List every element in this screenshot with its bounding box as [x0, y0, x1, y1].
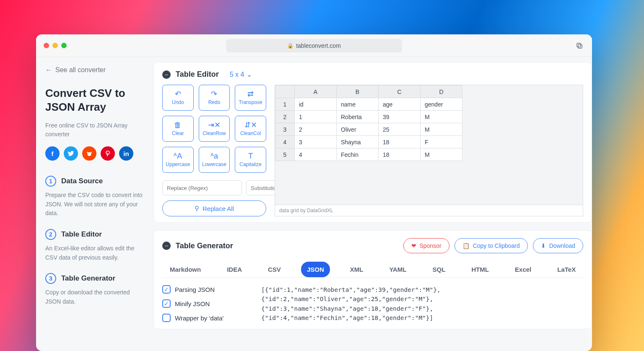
grid-cell[interactable]: M [421, 123, 462, 136]
address-bar[interactable]: 🔒 tableconvert.com [226, 39, 402, 52]
grid-cell[interactable]: Roberta [337, 111, 379, 123]
grid-cell[interactable]: Oliver [337, 123, 379, 136]
grid-cell[interactable]: 3 [295, 136, 337, 148]
grid-cell[interactable]: name [337, 98, 379, 111]
replace-regex-input[interactable] [162, 180, 242, 195]
undo-icon: ↶ [175, 90, 181, 98]
grid-cell[interactable]: F [421, 136, 462, 148]
output-code[interactable]: [{"id":1,"name":"Roberta","age":39,"gend… [261, 285, 583, 323]
format-tab-json[interactable]: JSON [301, 262, 330, 277]
browser-window: 🔒 tableconvert.com ← See all converter C… [36, 34, 592, 351]
grid-cell[interactable]: age [379, 98, 421, 111]
download-button[interactable]: ⬇ Download [533, 238, 583, 253]
clear-button[interactable]: 🗑Clear [162, 116, 194, 142]
close-window-button[interactable] [44, 43, 49, 48]
row-header[interactable]: 3 [275, 123, 295, 136]
sponsor-button[interactable]: ❤ Sponsor [403, 238, 449, 253]
option-label: Minify JSON [175, 300, 210, 307]
grid-cell[interactable]: 39 [379, 111, 421, 123]
page-subtitle: Free online CSV to JSON Array converter [45, 121, 144, 139]
format-tab-csv[interactable]: CSV [262, 262, 287, 277]
uppercase-icon: ᴬA [174, 152, 182, 160]
col-header[interactable]: C [379, 86, 421, 98]
svg-rect-0 [578, 44, 582, 48]
uppercase-button[interactable]: ᴬAUppercase [162, 147, 194, 173]
format-tab-yaml[interactable]: YAML [383, 262, 412, 277]
facebook-share-button[interactable]: f [45, 146, 60, 161]
grid-footer: data grid by DataGridXL [275, 205, 583, 216]
lowercase-button[interactable]: ᴬaLowercase [199, 147, 230, 173]
grid-cell[interactable]: 2 [295, 123, 337, 136]
option-wrapper-by-data-[interactable]: Wrapper by 'data' [162, 314, 250, 322]
col-header[interactable]: D [421, 86, 462, 98]
clear-icon: 🗑 [174, 121, 182, 129]
format-tab-html[interactable]: HTML [465, 262, 495, 277]
copy-window-button[interactable] [574, 41, 584, 51]
step-label: Data Source [61, 177, 103, 185]
grid-cell[interactable]: gender [421, 98, 462, 111]
pinterest-share-button[interactable] [101, 146, 115, 161]
format-tab-sql[interactable]: SQL [427, 262, 452, 277]
format-tab-xml[interactable]: XML [344, 262, 369, 277]
grid-cell[interactable]: 1 [295, 111, 337, 123]
option-minify-json[interactable]: ✓Minify JSON [162, 299, 250, 308]
svg-point-3 [91, 152, 92, 153]
grid-corner[interactable] [275, 86, 295, 98]
tool-label: Redo [208, 99, 221, 105]
tool-label: Clear [172, 130, 184, 136]
row-header[interactable]: 2 [275, 111, 295, 123]
cleanrow-button[interactable]: ⇥✕CleanRow [199, 116, 230, 142]
capitalize-icon: T [248, 152, 253, 160]
table-size-dropdown[interactable]: 5 x 4 ⌄ [230, 70, 252, 78]
data-grid[interactable]: ABCD1idnameagegender21Roberta39M32Oliver… [275, 85, 583, 216]
svg-point-4 [87, 152, 88, 153]
col-header[interactable]: A [295, 86, 337, 98]
grid-cell[interactable]: 18 [379, 148, 421, 161]
format-tab-markdown[interactable]: Markdown [164, 262, 207, 277]
linkedin-share-button[interactable]: in [119, 146, 133, 161]
table-size-label: 5 x 4 [230, 71, 244, 78]
grid-cell[interactable]: M [421, 111, 462, 123]
option-parsing-json[interactable]: ✓Parsing JSON [162, 285, 250, 294]
tool-label: Lowercase [202, 161, 226, 167]
grid-cell[interactable]: id [295, 98, 337, 111]
grid-cell[interactable]: M [421, 148, 462, 161]
collapse-editor-button[interactable]: – [162, 70, 171, 79]
grid-cell[interactable]: Shayna [337, 136, 379, 148]
redo-button[interactable]: ↷Redo [199, 85, 230, 111]
svg-rect-1 [577, 43, 581, 47]
step-desc: An Excel-like editor allows edit the CSV… [45, 244, 144, 262]
checkbox-icon: ✓ [162, 299, 171, 308]
transpose-button[interactable]: ⇄Transpose [235, 85, 266, 111]
back-link[interactable]: ← See all converter [45, 66, 144, 74]
row-header[interactable]: 4 [275, 136, 295, 148]
arrow-left-icon: ← [45, 66, 52, 74]
collapse-generator-button[interactable]: – [162, 242, 171, 250]
row-header[interactable]: 5 [275, 148, 295, 161]
capitalize-button[interactable]: TCapitalize [235, 147, 266, 173]
copy-clipboard-button[interactable]: 📋 Copy to Clipboard [454, 238, 528, 253]
cleancol-icon: ⇵✕ [244, 121, 257, 129]
grid-cell[interactable]: Fechin [337, 148, 379, 161]
twitter-share-button[interactable] [64, 146, 78, 161]
heart-icon: ❤ [411, 242, 416, 249]
grid-cell[interactable]: 25 [379, 123, 421, 136]
grid-cell[interactable]: 18 [379, 136, 421, 148]
replace-all-button[interactable]: ⚲ Replace All [162, 200, 266, 216]
download-label: Download [549, 242, 575, 249]
replace-all-label: Replace All [203, 205, 234, 212]
undo-button[interactable]: ↶Undo [162, 85, 194, 111]
minimize-window-button[interactable] [52, 43, 58, 48]
grid-cell[interactable]: 4 [295, 148, 337, 161]
col-header[interactable]: B [337, 86, 379, 98]
row-header[interactable]: 1 [275, 98, 295, 111]
reddit-share-button[interactable] [82, 146, 96, 161]
format-tab-excel[interactable]: Excel [509, 262, 537, 277]
cleancol-button[interactable]: ⇵✕CleanCol [235, 116, 266, 142]
format-tab-idea[interactable]: IDEA [221, 262, 248, 277]
step-desc: Prepare the CSV code to convert into JSO… [45, 191, 144, 218]
tool-label: Capitalize [239, 161, 262, 167]
format-tab-latex[interactable]: LaTeX [551, 262, 582, 277]
fullscreen-window-button[interactable] [61, 43, 67, 48]
generator-title: Table Generator [176, 242, 233, 250]
